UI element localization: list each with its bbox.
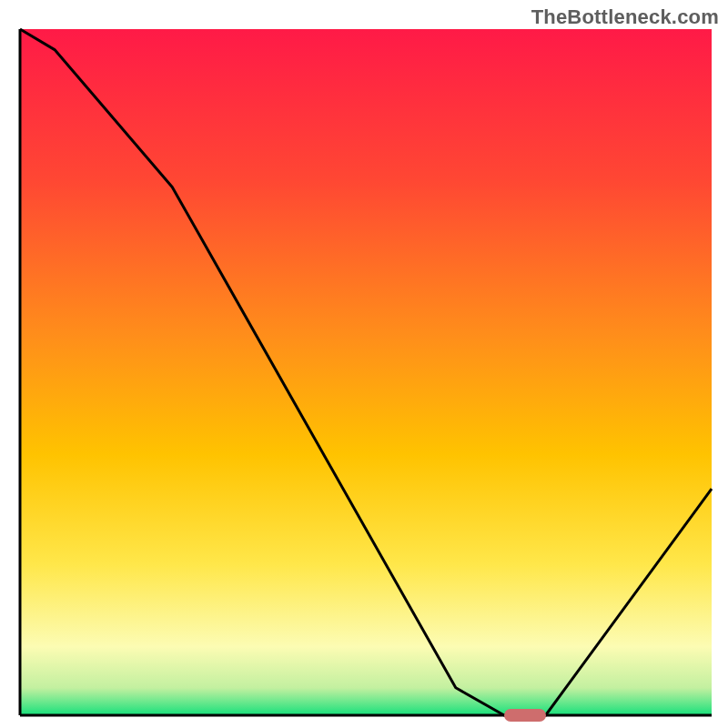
bottleneck-chart: TheBottleneck.com	[0, 0, 728, 728]
optimal-marker	[504, 709, 546, 722]
chart-svg	[0, 0, 728, 728]
